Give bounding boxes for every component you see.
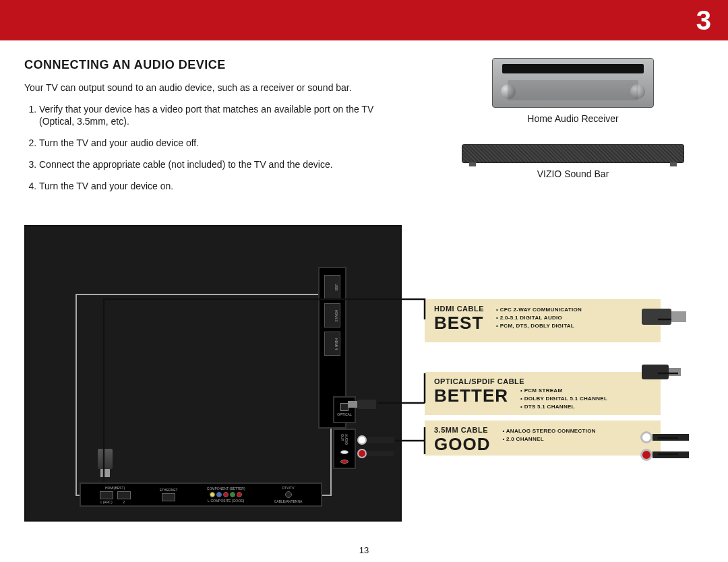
- quality-box-best: HDMI CABLE BEST CFC 2-WAY COMMUNICATION …: [425, 299, 661, 342]
- step-item: Connect the appropriate cable (not inclu…: [39, 158, 390, 170]
- page-number: 13: [0, 545, 728, 555]
- feature-item: DTS 5.1 CHANNEL: [520, 403, 607, 411]
- bottom-port-strip: HDMI(BEST) 1 (ARC) 2 ETHERNET COMPONENT …: [80, 482, 322, 507]
- feature-list: CFC 2-WAY COMMUNICATION 2.0-5.1 DIGITAL …: [496, 305, 582, 330]
- port-ethernet: ETHERNET: [160, 488, 178, 501]
- receiver-block: Home Audio Receiver: [431, 58, 715, 124]
- port-hdmi1: HDMI(BEST) 1 (ARC) 2: [100, 486, 131, 504]
- rca-green-icon: [230, 492, 235, 497]
- soundbar-label: VIZIO Sound Bar: [537, 168, 609, 179]
- rca-red-icon: [237, 492, 242, 497]
- receiver-label: Home Audio Receiver: [527, 113, 618, 124]
- optical-plug-tv-side: [348, 398, 377, 411]
- device-illustrations: Home Audio Receiver VIZIO Sound Bar: [431, 58, 715, 199]
- feature-item: ANALOG STEREO CONNECTION: [502, 427, 595, 435]
- feature-item: DOLBY DIGITAL 5.1 CHANNEL: [520, 395, 607, 403]
- feature-list: ANALOG STEREO CONNECTION 2.0 CHANNEL: [502, 426, 595, 443]
- feature-item: PCM, DTS, DOBLY DIGITAL: [496, 322, 582, 330]
- intro-paragraph: Your TV can output sound to an audio dev…: [24, 82, 388, 94]
- cable-type-label: OPTICAL/SPDIF CABLE: [434, 377, 651, 385]
- manual-page: 3 CONNECTING AN AUDIO DEVICE Your TV can…: [0, 0, 728, 562]
- rca-blue-icon: [216, 492, 222, 497]
- feature-item: 2.0-5.1 DIGITAL AUDIO: [496, 314, 582, 322]
- text-column: CONNECTING AN AUDIO DEVICE Your TV can o…: [24, 58, 402, 201]
- optical-port-label: OPTICAL: [337, 412, 351, 416]
- rca-white-plug-icon: [357, 435, 394, 445]
- quality-rank: BEST: [434, 313, 484, 334]
- quality-rank: BETTER: [434, 385, 508, 406]
- rca-white-plug-icon: [640, 431, 689, 443]
- chapter-header-bar: 3: [0, 0, 728, 40]
- port-usb: USB: [324, 275, 340, 299]
- port-component: COMPONENT (BETTER) L-COMPOSITE (GOOD): [207, 487, 245, 503]
- hdmi-plug-icon: [96, 449, 115, 481]
- quality-box-better: OPTICAL/SPDIF CABLE BETTER PCM STREAM DO…: [425, 372, 661, 415]
- port-hdmi4: HDMI 4: [324, 332, 340, 356]
- rca-connector-pair: [640, 431, 697, 469]
- chapter-number: 3: [696, 5, 711, 36]
- section-title: CONNECTING AN AUDIO DEVICE: [24, 58, 402, 72]
- step-item: Verify that your device has a video port…: [39, 103, 390, 127]
- optical-connector-icon: [642, 360, 690, 384]
- rca-port-red: [340, 460, 348, 464]
- port-hdmi3: HDMI 3: [324, 303, 340, 327]
- step-item: Turn the TV and your audio device off.: [39, 137, 390, 149]
- feature-item: 2.0 CHANNEL: [502, 435, 595, 443]
- rca-red-plug-icon: [640, 449, 689, 461]
- receiver-knob-icon: [501, 84, 516, 99]
- rca-red-icon: [223, 492, 229, 497]
- rca-yellow-icon: [210, 492, 215, 497]
- soundbar-block: VIZIO Sound Bar: [431, 144, 715, 179]
- cable-type-label: HDMI CABLE: [434, 305, 484, 313]
- feature-item: CFC 2-WAY COMMUNICATION: [496, 306, 582, 314]
- rca-plug-tv-side: [357, 435, 398, 465]
- connection-diagram: USB HDMI 3 HDMI 4 OPTICAL AUDIO OUT HDMI…: [24, 225, 704, 522]
- hdmi-connector-icon: [642, 309, 690, 333]
- receiver-illustration: [492, 58, 654, 108]
- rca-red-plug-icon: [357, 449, 394, 458]
- audio-out-ports: AUDIO OUT: [333, 429, 356, 469]
- steps-list: Verify that your device has a video port…: [24, 103, 402, 192]
- quality-rank: GOOD: [434, 434, 490, 455]
- rca-port-white: [340, 450, 348, 454]
- feature-item: PCM STREAM: [520, 387, 607, 395]
- receiver-knob-icon: [630, 84, 645, 99]
- step-item: Turn the TV and your device on.: [39, 180, 390, 192]
- soundbar-illustration: [462, 144, 684, 163]
- tv-back-panel: USB HDMI 3 HDMI 4 OPTICAL AUDIO OUT HDMI…: [24, 225, 402, 522]
- port-dtv: DTV/TV CABLE/ANTENNA: [274, 486, 303, 503]
- audio-out-label: AUDIO OUT: [340, 434, 348, 445]
- cable-type-label: 3.5MM CABLE: [434, 426, 490, 434]
- port-group-label: HDMI(BEST): [105, 486, 125, 490]
- quality-box-good: 3.5MM CABLE GOOD ANALOG STEREO CONNECTIO…: [425, 420, 661, 456]
- feature-list: PCM STREAM DOLBY DIGITAL 5.1 CHANNEL DTS…: [520, 385, 607, 411]
